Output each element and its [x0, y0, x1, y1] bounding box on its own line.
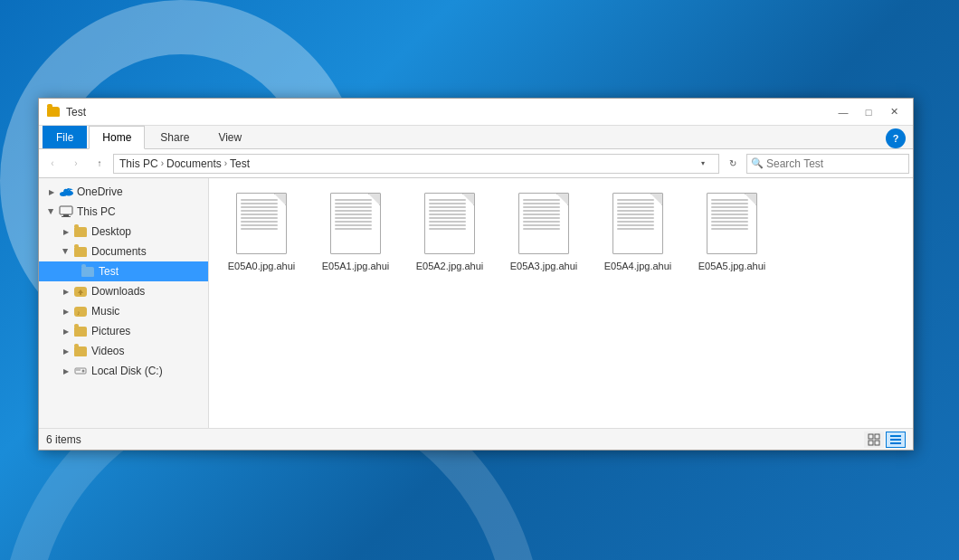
- svg-rect-14: [890, 435, 901, 437]
- tab-share[interactable]: Share: [147, 126, 203, 148]
- downloads-folder-icon: [73, 284, 88, 299]
- sidebar-item-desktop[interactable]: ▶ Desktop: [39, 222, 208, 242]
- file-icon: [515, 191, 573, 256]
- search-input[interactable]: [766, 157, 905, 170]
- sidebar-item-music[interactable]: ▶ ♪ Music: [39, 301, 208, 321]
- item-count: 6 items: [46, 433, 81, 446]
- file-line: [241, 206, 278, 208]
- svg-rect-12: [869, 441, 873, 445]
- videos-folder-icon: [73, 344, 88, 358]
- tab-file[interactable]: File: [43, 126, 87, 148]
- breadcrumb-dropdown[interactable]: ▾: [693, 154, 713, 174]
- forward-button[interactable]: ›: [66, 154, 86, 174]
- onedrive-label: OneDrive: [77, 185, 123, 198]
- file-line: [523, 210, 560, 212]
- sidebar-item-localdisk[interactable]: ▶ Local Disk (C:): [39, 361, 208, 381]
- file-line: [335, 214, 372, 215]
- svg-text:♪: ♪: [77, 309, 81, 316]
- file-line: [711, 224, 748, 226]
- breadcrumb-test[interactable]: Test: [230, 157, 250, 170]
- file-icon: [327, 191, 385, 256]
- sidebar-item-videos[interactable]: ▶ Videos: [39, 341, 208, 361]
- status-bar: 6 items: [39, 428, 913, 450]
- drive-icon: [73, 364, 88, 378]
- title-buttons: — □ ✕: [831, 103, 906, 121]
- file-page: [612, 193, 663, 254]
- tab-view[interactable]: View: [204, 126, 255, 148]
- expand-arrow-pictures: ▶: [61, 326, 71, 337]
- downloads-label: Downloads: [91, 285, 145, 298]
- refresh-button[interactable]: ↻: [723, 154, 743, 174]
- address-path[interactable]: This PC › Documents › Test ▾: [113, 154, 719, 174]
- file-line: [523, 221, 560, 223]
- file-line: [241, 203, 278, 204]
- test-label: Test: [99, 265, 119, 278]
- file-item-file4[interactable]: E05A4.jpg.ahui: [593, 185, 683, 278]
- file-line: [335, 217, 372, 219]
- file-line: [617, 214, 654, 215]
- file-line: [335, 221, 372, 223]
- svg-rect-16: [890, 442, 901, 444]
- back-button[interactable]: ‹: [43, 154, 62, 174]
- file-line: [711, 203, 748, 204]
- svg-rect-10: [869, 434, 873, 439]
- file-icon: [609, 191, 667, 256]
- file-name: E05A5.jpg.ahui: [698, 260, 766, 272]
- window-title: Test: [66, 106, 831, 119]
- up-button[interactable]: ↑: [90, 154, 109, 174]
- svg-rect-4: [62, 216, 71, 217]
- onedrive-icon: [59, 185, 73, 199]
- breadcrumb-this-pc[interactable]: This PC: [119, 157, 158, 170]
- file-line: [711, 228, 748, 230]
- file-line: [711, 221, 748, 223]
- music-folder-icon: ♪: [73, 304, 88, 318]
- file-line: [711, 214, 748, 215]
- file-item-file5[interactable]: E05A5.jpg.ahui: [687, 185, 777, 278]
- file-line: [429, 221, 466, 223]
- file-item-file1[interactable]: E05A1.jpg.ahui: [310, 185, 401, 278]
- file-line: [523, 206, 560, 208]
- grid-view-button[interactable]: [864, 432, 884, 448]
- videos-label: Videos: [91, 345, 124, 357]
- close-button[interactable]: ✕: [882, 103, 906, 121]
- maximize-button[interactable]: □: [857, 103, 880, 121]
- sidebar: ▶ OneDrive ▶ This PC ▶ Desktop: [39, 178, 209, 428]
- title-bar: Test — □ ✕: [39, 99, 913, 126]
- help-button[interactable]: ?: [886, 128, 906, 148]
- file-line: [335, 210, 372, 212]
- minimize-button[interactable]: —: [831, 103, 855, 121]
- sidebar-item-downloads[interactable]: ▶ Downloads: [39, 281, 208, 301]
- desktop-folder-icon: [73, 224, 88, 239]
- localdisk-label: Local Disk (C:): [91, 365, 163, 377]
- file-item-file0[interactable]: E05A0.jpg.ahui: [216, 185, 307, 278]
- expand-arrow-thispc: ▶: [46, 206, 57, 217]
- file-line: [617, 217, 654, 219]
- file-line: [711, 199, 748, 201]
- file-line: [241, 224, 278, 226]
- sidebar-item-onedrive[interactable]: ▶ OneDrive: [39, 182, 208, 202]
- expand-arrow-documents: ▶: [61, 246, 71, 257]
- file-line: [241, 214, 278, 215]
- file-item-file2[interactable]: E05A2.jpg.ahui: [404, 185, 495, 278]
- expand-arrow-localdisk: ▶: [61, 365, 71, 376]
- file-line: [617, 224, 654, 226]
- expand-arrow-music: ▶: [61, 306, 71, 317]
- sidebar-item-pictures[interactable]: ▶ Pictures: [39, 321, 208, 341]
- sidebar-item-documents[interactable]: ▶ Documents: [39, 242, 208, 261]
- list-view-button[interactable]: [886, 432, 906, 448]
- file-item-file3[interactable]: E05A3.jpg.ahui: [498, 185, 589, 278]
- file-page: [236, 193, 287, 254]
- thispc-label: This PC: [77, 205, 116, 218]
- file-line: [335, 228, 372, 230]
- file-line: [429, 217, 466, 219]
- file-name: E05A2.jpg.ahui: [416, 260, 484, 272]
- tab-home[interactable]: Home: [89, 126, 145, 149]
- sidebar-item-test[interactable]: Test: [39, 261, 208, 281]
- svg-rect-9: [76, 370, 81, 371]
- breadcrumb-documents[interactable]: Documents: [166, 157, 222, 170]
- sidebar-item-thispc[interactable]: ▶ This PC: [39, 202, 208, 222]
- svg-rect-15: [890, 439, 901, 441]
- search-prefix-icon: 🔍: [751, 157, 764, 169]
- expand-arrow-onedrive: ▶: [46, 186, 57, 197]
- file-page: [518, 193, 569, 254]
